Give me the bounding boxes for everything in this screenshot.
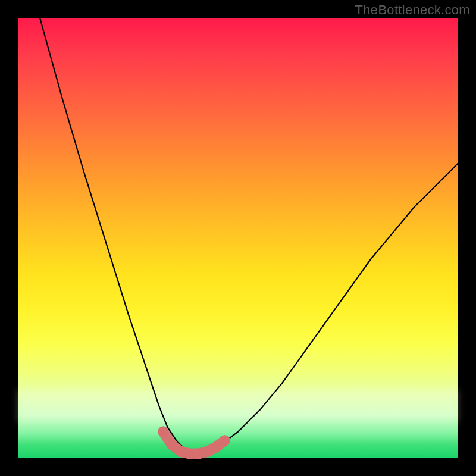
svg-point-0 — [158, 427, 168, 437]
svg-point-1 — [167, 440, 177, 450]
chart-frame: TheBottleneck.com — [0, 0, 476, 476]
bottleneck-curve — [40, 18, 458, 454]
bottom-highlight-dots — [158, 427, 230, 459]
plot-area — [18, 18, 458, 458]
svg-point-7 — [220, 435, 230, 446]
chart-svg — [18, 18, 458, 458]
watermark-label: TheBottleneck.com — [355, 2, 470, 18]
svg-point-6 — [211, 442, 221, 453]
